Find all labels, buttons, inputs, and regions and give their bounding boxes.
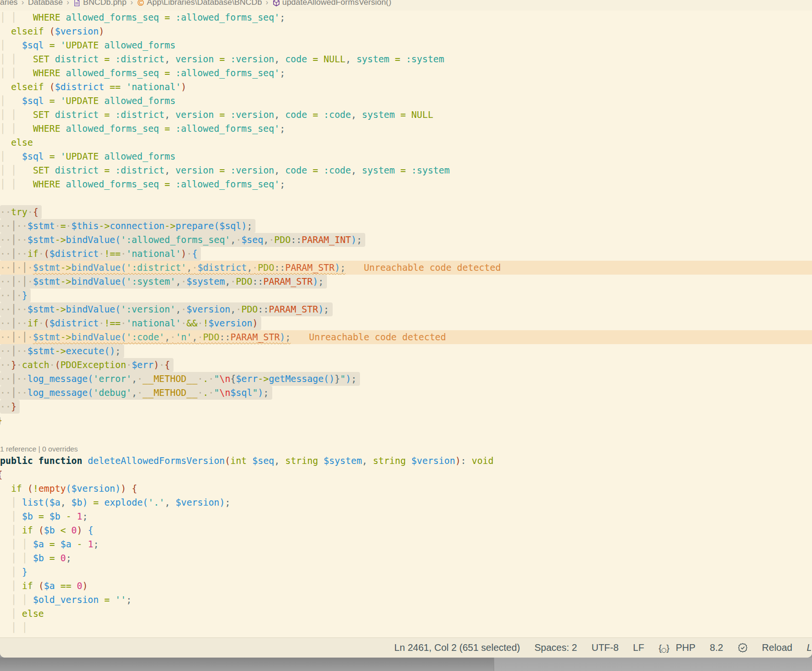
status-clipped-item[interactable]: L — [807, 642, 811, 653]
code-token: ) — [82, 580, 88, 591]
code-line[interactable] — [0, 428, 812, 441]
code-line[interactable]: ··try·{ — [0, 205, 812, 219]
code-line[interactable]: │ } — [0, 565, 812, 579]
code-token: void — [472, 455, 494, 466]
code-line[interactable]: │ │ SET district = :district, version = … — [0, 163, 812, 177]
code-line[interactable]: │ $b = $b - 1; — [0, 509, 812, 523]
code-line[interactable]: │ else — [0, 607, 812, 621]
code-line[interactable]: ··│··$stmt->bindValue(':allowed_forms_se… — [0, 233, 812, 247]
code-token — [99, 594, 104, 605]
code-token: = — [220, 109, 225, 120]
seal-check-icon — [738, 643, 748, 653]
code-line-unreachable[interactable]: ··│·│·$stmt->bindValue(':district',·$dis… — [0, 261, 812, 275]
code-token: , — [132, 373, 137, 384]
code-line[interactable]: ··} — [0, 400, 812, 414]
code-token: " — [340, 373, 345, 384]
unreachable-code: $stmt->bindValue(':district',·$district,… — [33, 262, 346, 273]
code-line[interactable]: │ $sql = 'UPDATE allowed_forms — [0, 94, 812, 108]
background-window-edge — [494, 658, 812, 671]
code-line[interactable]: if (!empty($version)) { — [0, 482, 812, 496]
codelens-references[interactable]: 1 reference | 0 overrides — [0, 445, 78, 453]
code-line[interactable]: elseif ($version) — [0, 24, 812, 38]
code-token: :code — [318, 165, 351, 175]
status-eol[interactable]: LF — [633, 642, 644, 653]
code-line[interactable]: │ $sql = 'UPDATE allowed_forms — [0, 150, 812, 163]
status-encoding[interactable]: UTF-8 — [592, 642, 619, 653]
code-line[interactable]: │ $sql = 'UPDATE allowed_forms — [0, 38, 812, 52]
code-line[interactable]: } — [0, 414, 812, 428]
status-indentation[interactable]: Spaces: 2 — [534, 642, 577, 653]
code-token: , — [225, 276, 230, 287]
code-line[interactable]: │ │ WHERE allowed_forms_seq = :allowed_f… — [0, 11, 812, 24]
code-line[interactable]: ··│·│·$stmt->bindValue(':system',·$syste… — [0, 275, 812, 289]
code-token: code — [279, 54, 313, 64]
code-token: ·· — [0, 290, 11, 301]
code-line[interactable]: ··│·} — [0, 289, 812, 302]
code-token: ·· — [16, 248, 27, 259]
code-token: :: — [290, 234, 302, 245]
codelens-line[interactable]: 1 reference | 0 overrides — [0, 441, 812, 454]
code-token: · — [197, 387, 203, 398]
breadcrumb-item[interactable]: aries — [0, 0, 18, 7]
code-token — [170, 497, 175, 508]
code-line[interactable]: │ │ $b = 0; — [0, 551, 812, 565]
code-line[interactable]: │ list($a, $b) = explode('.', $version); — [0, 496, 812, 509]
breadcrumb[interactable]: aries›Database›BNCDb.php›App\Libraries\D… — [0, 0, 812, 11]
braces-icon: {} — [659, 642, 673, 653]
code-line[interactable]: ··│··if·($district·!==·'national'·&&·!$v… — [0, 316, 812, 330]
code-line[interactable]: ··│··log_message('debug',·__METHOD__·.·"… — [0, 386, 812, 400]
code-token: ( — [88, 373, 93, 384]
code-token: $version — [55, 26, 99, 36]
breadcrumb-item[interactable]: updateAllowedFormsVersion() — [272, 0, 392, 7]
code-line[interactable]: │ │ $a = $a - 1; — [0, 537, 812, 551]
selection-highlight: ··try·{ — [0, 205, 42, 219]
code-line[interactable]: │ │ — [0, 621, 812, 635]
code-token: } — [22, 567, 27, 577]
code-line[interactable]: ··│··$stmt·=·$this->connection->prepare(… — [0, 219, 812, 233]
code-token: NULL — [406, 109, 433, 120]
code-line[interactable]: public function deleteAllowedFormsVersio… — [0, 454, 812, 468]
code-token: allowed_forms — [99, 40, 175, 50]
code-line[interactable]: │ │ WHERE allowed_forms_seq = :allowed_f… — [0, 177, 812, 191]
code-line[interactable]: │ │ SET district = :district, version = … — [0, 108, 812, 122]
code-line[interactable]: elseif ($district == 'national') — [0, 80, 812, 94]
status-reload[interactable]: Reload — [762, 642, 792, 653]
breadcrumb-item[interactable]: Database — [28, 0, 63, 7]
code-token: { — [33, 207, 38, 217]
code-token: │ — [11, 511, 16, 521]
code-line[interactable]: ··│··log_message('error',·__METHOD__·.·"… — [0, 372, 812, 386]
code-line[interactable]: │ if ($a == 0) — [0, 579, 812, 593]
code-token: │ — [11, 608, 16, 619]
code-line[interactable]: │ │ $old_version = ''; — [0, 593, 812, 607]
status-php-version[interactable]: 8.2 — [710, 642, 723, 653]
code-line[interactable]: ··│··$stmt->execute(); — [0, 344, 812, 358]
code-token — [5, 40, 22, 50]
code-token: = — [60, 220, 66, 231]
code-token: : — [461, 455, 466, 466]
code-line[interactable]: │ │ SET district = :district, version = … — [0, 52, 812, 66]
status-extension-status[interactable] — [738, 643, 748, 653]
code-token: ·· — [0, 207, 11, 217]
code-line[interactable]: { — [0, 468, 812, 482]
code-token: WHERE — [33, 123, 60, 134]
code-line[interactable]: else — [0, 136, 812, 150]
code-editor[interactable]: │ │ WHERE allowed_forms_seq = :allowed_f… — [0, 11, 812, 637]
code-token: ( — [121, 332, 126, 342]
code-line-unreachable[interactable]: ··│·│·$stmt->bindValue(':code',·'n',·PDO… — [0, 330, 812, 344]
php-file-icon — [73, 0, 81, 7]
code-line[interactable]: ··}·catch·(PDOException·$err)·{ — [0, 358, 812, 372]
status-cursor-position[interactable]: Ln 2461, Col 2 (651 selected) — [394, 642, 520, 653]
status-language-mode[interactable]: {}PHP — [659, 642, 696, 653]
code-token: PARAM_INT — [302, 234, 351, 245]
code-line[interactable]: │ │ WHERE allowed_forms_seq = :allowed_f… — [0, 66, 812, 80]
code-line[interactable]: │ │ WHERE allowed_forms_seq = :allowed_f… — [0, 122, 812, 136]
code-line[interactable]: │ if ($b < 0) { — [0, 523, 812, 537]
breadcrumb-item[interactable]: App\Libraries\Database\BNCDb — [137, 0, 262, 7]
code-token: ) — [181, 248, 186, 259]
code-line[interactable]: ··│··$stmt->bindValue(':version',·$versi… — [0, 302, 812, 316]
code-token: · — [121, 318, 126, 328]
code-line[interactable] — [0, 191, 812, 205]
code-line[interactable]: ··│··if·($district·!==·'national')·{ — [0, 247, 812, 261]
code-token — [16, 525, 22, 535]
breadcrumb-item[interactable]: BNCDb.php — [73, 0, 127, 7]
